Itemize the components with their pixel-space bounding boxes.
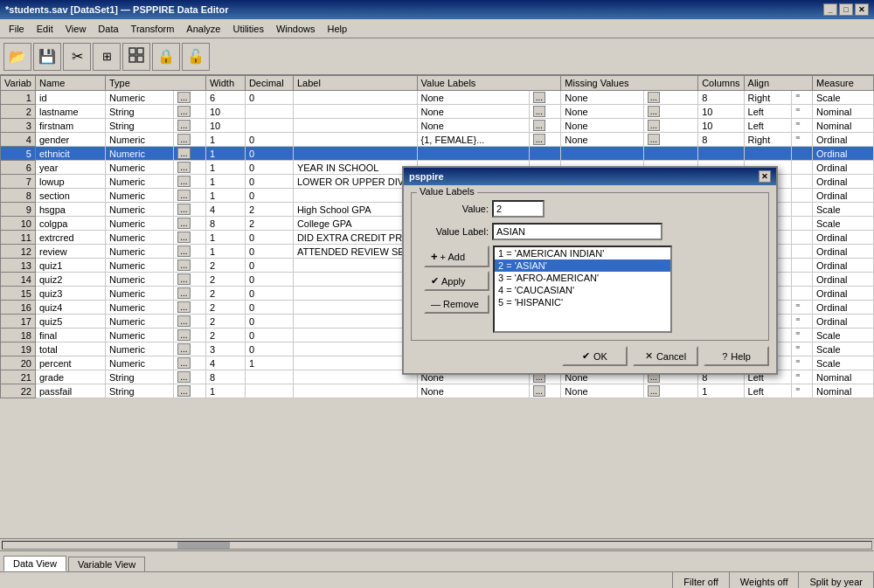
type-ellipsis-button[interactable]: ... [177, 134, 190, 145]
cell-type-btn[interactable]: ... [174, 384, 206, 398]
type-ellipsis-button[interactable]: ... [177, 106, 190, 117]
cell-width[interactable]: 2 [205, 287, 245, 301]
type-ellipsis-button[interactable]: ... [177, 287, 190, 299]
cell-width[interactable]: 6 [205, 91, 245, 105]
cell-measure[interactable]: Ordinal [813, 259, 874, 273]
menu-help[interactable]: Help [323, 22, 353, 36]
type-ellipsis-button[interactable]: ... [177, 273, 190, 285]
help-button[interactable]: ? Help [704, 346, 769, 366]
type-ellipsis-button[interactable]: ... [177, 176, 190, 187]
cell-type[interactable]: Numeric [105, 91, 173, 105]
cell-type[interactable]: Numeric [105, 273, 173, 287]
cell-missingvalues-btn[interactable]: ... [643, 105, 697, 119]
cell-label[interactable]: LOWER OR UPPER DIVIS [293, 175, 417, 189]
cell-type[interactable]: Numeric [105, 329, 173, 342]
cell-width[interactable]: 2 [205, 301, 245, 315]
cell-valuelabels[interactable]: None [417, 105, 529, 119]
cell-decimal[interactable] [245, 105, 293, 119]
cell-decimal[interactable]: 2 [245, 203, 293, 217]
table-row[interactable]: 4 gender Numeric ... 1 0 {1, FEMALE}... … [1, 133, 874, 147]
cell-type-btn[interactable]: ... [174, 273, 206, 287]
cell-name[interactable]: hsgpa [35, 203, 105, 217]
cell-measure[interactable]: Ordinal [813, 161, 874, 175]
cell-columns[interactable]: 8 [698, 91, 744, 105]
cell-valuelabels-btn[interactable]: ... [529, 133, 561, 147]
cell-type[interactable]: Numeric [105, 356, 173, 370]
cell-type[interactable]: Numeric [105, 231, 173, 245]
title-bar-buttons[interactable]: _ □ ✕ [823, 3, 869, 16]
cell-label[interactable] [293, 329, 417, 342]
type-ellipsis-button[interactable]: ... [177, 329, 190, 341]
cell-decimal[interactable] [245, 384, 293, 398]
horizontal-scrollbar[interactable] [0, 538, 874, 550]
cell-width[interactable]: 1 [205, 231, 245, 245]
cell-type[interactable]: String [105, 119, 173, 133]
cell-type-btn[interactable]: ... [174, 189, 206, 203]
cell-type-btn[interactable]: ... [174, 119, 206, 133]
cell-label[interactable] [293, 356, 417, 370]
tab-data-view[interactable]: Data View [3, 556, 66, 571]
table-row[interactable]: 22 passfail String ... 1 None ... None .… [1, 384, 874, 398]
cancel-button[interactable]: ✕ Cancel [633, 346, 698, 366]
cell-decimal[interactable]: 1 [245, 356, 293, 370]
cell-name[interactable]: gender [35, 133, 105, 147]
valuelabels-ellipsis-button[interactable]: ... [533, 92, 545, 103]
cell-width[interactable]: 4 [205, 203, 245, 217]
type-ellipsis-button[interactable]: ... [177, 162, 190, 173]
cell-decimal[interactable]: 0 [245, 147, 293, 161]
cell-name[interactable]: review [35, 245, 105, 259]
value-labels-list[interactable]: 1 = 'AMERICAN INDIAN'2 = 'ASIAN'3 = 'AFR… [493, 246, 672, 333]
cell-decimal[interactable]: 0 [245, 91, 293, 105]
cell-label[interactable] [293, 287, 417, 301]
cell-label[interactable]: High School GPA [293, 203, 417, 217]
cell-name[interactable]: quiz5 [35, 315, 105, 329]
cell-label[interactable] [293, 384, 417, 398]
cell-measure[interactable]: Scale [813, 217, 874, 231]
cell-type[interactable]: Numeric [105, 189, 173, 203]
cell-measure[interactable]: Ordinal [813, 245, 874, 259]
cell-measure[interactable]: Ordinal [813, 175, 874, 189]
cell-type[interactable]: Numeric [105, 133, 173, 147]
cell-decimal[interactable]: 0 [245, 301, 293, 315]
cell-measure[interactable]: Nominal [813, 370, 874, 384]
cell-measure[interactable]: Ordinal [813, 231, 874, 245]
cell-name[interactable]: year [35, 161, 105, 175]
cell-measure[interactable]: Nominal [813, 105, 874, 119]
cut-button[interactable]: ✂ [63, 43, 91, 71]
cell-type[interactable]: String [105, 384, 173, 398]
cell-type-btn[interactable]: ... [174, 301, 206, 315]
cell-measure[interactable]: Ordinal [813, 189, 874, 203]
cell-width[interactable]: 1 [205, 161, 245, 175]
type-ellipsis-button[interactable]: ... [177, 357, 190, 369]
cell-label[interactable] [293, 259, 417, 273]
cell-type-btn[interactable]: ... [174, 370, 206, 384]
cell-type[interactable]: Numeric [105, 342, 173, 356]
type-ellipsis-button[interactable]: ... [177, 343, 190, 355]
cell-label[interactable] [293, 370, 417, 384]
cell-width[interactable]: 2 [205, 273, 245, 287]
cell-type-btn[interactable]: ... [174, 356, 206, 370]
cell-decimal[interactable] [245, 370, 293, 384]
cell-name[interactable]: final [35, 329, 105, 342]
grid-button[interactable] [122, 43, 150, 71]
cell-type[interactable]: Numeric [105, 315, 173, 329]
dialog-close-button[interactable]: ✕ [759, 170, 771, 183]
cell-decimal[interactable]: 0 [245, 329, 293, 342]
cell-label[interactable]: ATTENDED REVIEW SES [293, 245, 417, 259]
ok-button[interactable]: ✔ OK [562, 346, 628, 366]
cell-measure[interactable]: Scale [813, 342, 874, 356]
cell-type-btn[interactable]: ... [174, 91, 206, 105]
cell-width[interactable]: 3 [205, 342, 245, 356]
cell-missingvalues[interactable]: None [561, 105, 643, 119]
cell-type-btn[interactable]: ... [174, 161, 206, 175]
cell-type-btn[interactable]: ... [174, 231, 206, 245]
cell-type[interactable]: Numeric [105, 175, 173, 189]
cell-columns[interactable]: 10 [698, 119, 744, 133]
cell-measure[interactable]: Scale [813, 91, 874, 105]
cell-decimal[interactable]: 0 [245, 231, 293, 245]
cell-name[interactable]: quiz4 [35, 301, 105, 315]
table-row[interactable]: 2 lastname String ... 10 None ... None .… [1, 105, 874, 119]
cell-missingvalues[interactable]: None [561, 91, 643, 105]
cell-measure[interactable]: Scale [813, 329, 874, 342]
missingvalues-ellipsis-button[interactable]: ... [648, 92, 660, 103]
